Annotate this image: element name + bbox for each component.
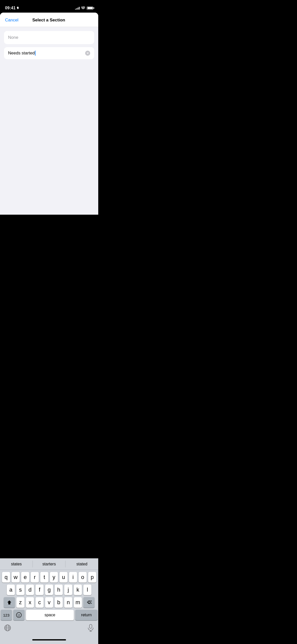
text-field-value: Needs started [8,51,35,56]
nav-bar: Cancel Select a Section [0,13,98,27]
none-option[interactable]: None [4,31,94,44]
content-area: None Needs started [0,27,98,63]
status-time: 09:41 [5,6,19,10]
text-input-row[interactable]: Needs started [4,47,94,59]
none-label: None [8,35,18,40]
cancel-button[interactable]: Cancel [5,17,18,24]
battery-icon [87,7,93,10]
status-bar: 09:41 [0,0,98,13]
empty-area [0,63,98,164]
signal-icon [75,7,80,10]
battery-fill [87,7,93,9]
wifi-symbol [81,6,85,9]
clear-icon [86,52,89,54]
clear-button[interactable] [85,51,90,56]
page-title: Select a Section [18,18,79,23]
modal-sheet: Cancel Select a Section None Needs start… [0,13,98,215]
location-icon [17,7,19,10]
text-cursor [35,51,36,56]
status-icons [75,6,93,10]
text-field-content: Needs started [8,51,85,56]
wifi-icon [81,6,85,10]
